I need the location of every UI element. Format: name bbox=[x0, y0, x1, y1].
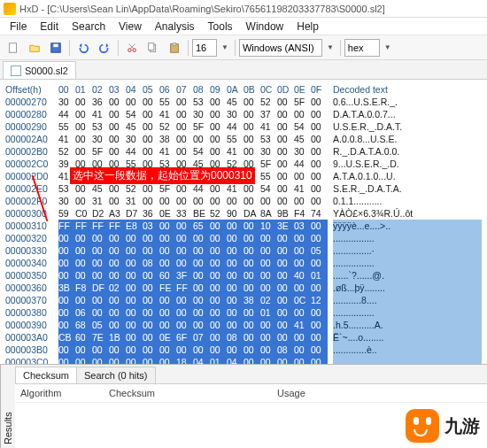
hex-row[interactable]: 00000310FFFFFFFFE803000065000000103E0300… bbox=[5, 220, 482, 232]
cut-button[interactable] bbox=[122, 38, 142, 58]
row-ascii[interactable]: A.0.0.8...U.S.E. bbox=[333, 133, 482, 145]
row-ascii[interactable]: 9...U.S.E.R._.D. bbox=[333, 158, 482, 170]
hex-row[interactable]: 0000039000680500000000000000000000004100… bbox=[5, 319, 482, 331]
hex-row[interactable]: 0000029055005300450052005F00440041005400… bbox=[5, 120, 482, 133]
row-ascii[interactable]: 0.1.1........... bbox=[333, 195, 482, 207]
row-ascii[interactable]: ......`?......@. bbox=[333, 269, 482, 282]
toolbar: ▼ ▼ ▼ bbox=[0, 35, 487, 60]
row-ascii[interactable]: R._.D.A.T.A.0.0. bbox=[333, 145, 482, 158]
row-bytes[interactable]: 00680500000000000000000000004100 bbox=[58, 319, 333, 331]
row-bytes[interactable]: 3BF8DF020000FEFF0000000000000000 bbox=[58, 282, 333, 294]
menu-tools[interactable]: Tools bbox=[202, 19, 239, 35]
col-checksum[interactable]: Checksum bbox=[109, 388, 277, 398]
chevron-down-icon[interactable]: ▼ bbox=[382, 43, 394, 51]
row-bytes[interactable]: 00000000000800000000000000000000 bbox=[58, 257, 333, 269]
hex-row[interactable]: 0000032000000000000000000000000000000000… bbox=[5, 232, 482, 244]
hex-row[interactable]: 000003B000000000000000000000000000080000… bbox=[5, 344, 482, 356]
brand-text: 九游 bbox=[444, 414, 480, 438]
row-bytes[interactable]: 5300450052005F004400410054004100 bbox=[58, 182, 333, 195]
row-bytes[interactable]: 00000000000000000000000000000005 bbox=[58, 244, 333, 257]
open-file-button[interactable] bbox=[25, 38, 44, 58]
row-bytes[interactable]: 55005300450052005F00440041005400 bbox=[58, 120, 333, 133]
encoding-select[interactable] bbox=[239, 39, 322, 57]
row-offset: 000002B0 bbox=[5, 145, 58, 158]
results-tab-checksum[interactable]: Checksum bbox=[15, 367, 77, 383]
row-bytes[interactable]: 52005F00440041005400410030003000 bbox=[58, 145, 333, 158]
row-bytes[interactable]: 30003600000055005300450052005F00 bbox=[58, 96, 333, 108]
row-bytes[interactable]: 30003100310000000000000000000000 bbox=[58, 195, 333, 207]
row-ascii[interactable]: ................ bbox=[333, 306, 482, 319]
row-ascii[interactable]: Ë`~....o........ bbox=[333, 331, 482, 344]
row-bytes[interactable]: 00060000000000000000000001000000 bbox=[58, 306, 333, 319]
hex-row[interactable]: 0000027030003600000055005300450052005F00… bbox=[5, 96, 482, 108]
row-bytes[interactable]: 00000000000000000000000000000000 bbox=[58, 232, 333, 244]
redo-button[interactable] bbox=[95, 38, 114, 58]
row-bytes[interactable]: 00000000000000000000000000080000 bbox=[58, 344, 333, 356]
bytes-per-row-input[interactable] bbox=[192, 39, 217, 57]
hex-row[interactable]: 0000028044004100540041003000300037000000… bbox=[5, 108, 482, 120]
hex-row[interactable]: 0000033000000000000000000000000000000005… bbox=[5, 244, 482, 257]
col-algorithm[interactable]: Algorithm bbox=[20, 388, 109, 398]
hex-row[interactable]: 0000037000000000000000000000003802000C12… bbox=[5, 294, 482, 306]
base-select[interactable] bbox=[344, 39, 380, 57]
menu-window[interactable]: Window bbox=[240, 19, 290, 35]
row-bytes[interactable]: 41003000300038000000550053004500 bbox=[58, 133, 333, 145]
copy-button[interactable] bbox=[143, 38, 163, 58]
file-tab[interactable]: S0000.sl2 bbox=[3, 61, 76, 79]
row-offset: 00000310 bbox=[5, 220, 58, 232]
row-ascii[interactable]: 0.6...U.S.E.R._. bbox=[333, 96, 482, 108]
row-offset: 00000280 bbox=[5, 108, 58, 120]
menu-help[interactable]: Help bbox=[290, 19, 325, 35]
row-ascii[interactable]: YÀÒ£×6.3¾R.Ú..ôt bbox=[333, 207, 482, 220]
undo-button[interactable] bbox=[73, 38, 93, 58]
row-bytes[interactable]: 00000000000000000000003802000C12 bbox=[58, 294, 333, 306]
row-ascii[interactable]: D.A.T.A.0.0.7... bbox=[333, 108, 482, 120]
row-bytes[interactable]: 59C0D2A3D7360E33BE5290DA8A9BF474 bbox=[58, 207, 333, 220]
menu-edit[interactable]: Edit bbox=[34, 19, 65, 35]
hex-row[interactable]: 0000038000060000000000000000000001000000… bbox=[5, 306, 482, 319]
chevron-down-icon[interactable]: ▼ bbox=[219, 43, 231, 51]
row-ascii[interactable]: .øß...þÿ........ bbox=[333, 282, 482, 294]
new-file-button[interactable] bbox=[4, 38, 23, 58]
svg-rect-6 bbox=[149, 42, 154, 50]
separator bbox=[235, 40, 236, 56]
row-ascii[interactable]: ÿÿÿÿè...e....>.. bbox=[333, 220, 482, 232]
row-ascii[interactable]: ...........8.... bbox=[333, 294, 482, 306]
row-bytes[interactable]: CB607E1B00000E6F0700080000000000 bbox=[58, 331, 333, 344]
row-ascii[interactable]: U.S.E.R._.D.A.T. bbox=[333, 120, 482, 133]
paste-button[interactable] bbox=[165, 38, 184, 58]
menu-search[interactable]: Search bbox=[66, 19, 112, 35]
hex-row[interactable]: 000002F030003100310000000000000000000000… bbox=[5, 195, 482, 207]
brand-face-icon bbox=[406, 409, 439, 443]
hex-row[interactable]: 0000030059C0D2A3D7360E33BE5290DA8A9BF474… bbox=[5, 207, 482, 220]
hex-row[interactable]: 00000350000000000000603F0000000000004001… bbox=[5, 269, 482, 282]
row-ascii[interactable]: ...............· bbox=[333, 244, 482, 257]
hex-row[interactable]: 000003603BF8DF020000FEFF0000000000000000… bbox=[5, 282, 482, 294]
save-button[interactable] bbox=[46, 38, 66, 58]
row-offset: 00000350 bbox=[5, 269, 58, 282]
floppy-icon bbox=[50, 42, 62, 54]
hex-row[interactable]: 000002B052005F00440041005400410030003000… bbox=[5, 145, 482, 158]
menu-file[interactable]: File bbox=[4, 19, 33, 35]
row-ascii[interactable]: .h.5..........A. bbox=[333, 319, 482, 331]
results-tab-search[interactable]: Search (0 hits) bbox=[76, 367, 156, 383]
row-ascii[interactable]: A.T.A.0.1.0...U. bbox=[333, 170, 482, 182]
menu-analysis[interactable]: Analysis bbox=[149, 19, 201, 35]
svg-rect-2 bbox=[53, 43, 58, 47]
row-bytes[interactable]: 44004100540041003000300037000000 bbox=[58, 108, 333, 120]
hex-row[interactable]: 000003A0CB607E1B00000E6F0700080000000000… bbox=[5, 331, 482, 344]
row-bytes[interactable]: 000000000000603F0000000000004001 bbox=[58, 269, 333, 282]
col-usage[interactable]: Usage bbox=[277, 388, 482, 398]
row-ascii[interactable]: ................ bbox=[333, 232, 482, 244]
hex-row[interactable]: 000002A041003000300038000000550053004500… bbox=[5, 133, 482, 145]
row-ascii[interactable]: ................ bbox=[333, 257, 482, 269]
row-offset: 00000360 bbox=[5, 282, 58, 294]
hex-row[interactable]: 000002E05300450052005F004400410054004100… bbox=[5, 182, 482, 195]
row-ascii[interactable]: .............è.. bbox=[333, 344, 482, 356]
separator bbox=[188, 40, 189, 56]
menu-view[interactable]: View bbox=[112, 19, 148, 35]
row-bytes[interactable]: FFFFFFFFE803000065000000103E0300 bbox=[58, 220, 333, 232]
row-ascii[interactable]: S.E.R._.D.A.T.A. bbox=[333, 182, 482, 195]
hex-row[interactable]: 0000034000000000000800000000000000000000… bbox=[5, 257, 482, 269]
chevron-down-icon[interactable]: ▼ bbox=[324, 43, 336, 51]
